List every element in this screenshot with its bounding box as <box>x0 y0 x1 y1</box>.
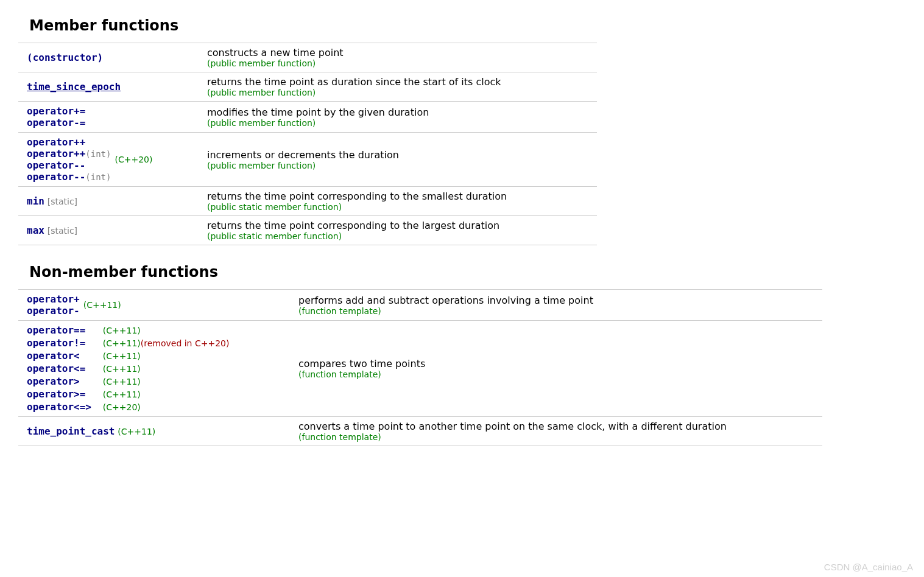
kind-label: (public member function) <box>207 88 592 97</box>
version-mark: (C++11) <box>103 377 141 386</box>
op-ge-link[interactable]: operator>= <box>27 388 100 400</box>
description: converts a time point to another time po… <box>298 421 817 432</box>
op-minus-eq-link[interactable]: operator-= <box>27 117 85 128</box>
table-row: (constructor) constructs a new time poin… <box>18 43 597 72</box>
version-mark: (C++11) <box>118 427 155 436</box>
description: compares two time points <box>298 358 817 369</box>
description: returns the time point corresponding to … <box>207 220 592 231</box>
op-le-link[interactable]: operator<= <box>27 363 100 374</box>
int-suffix: (int) <box>85 172 111 182</box>
op-minus-link[interactable]: operator- <box>27 305 80 316</box>
static-tag: [static] <box>48 226 77 236</box>
table-row: min [static] returns the time point corr… <box>18 187 597 216</box>
op-pp-int-link[interactable]: operator++ <box>27 148 85 159</box>
time-point-cast-link[interactable]: time_point_cast <box>27 425 115 437</box>
op-pp-link[interactable]: operator++ <box>27 136 85 148</box>
member-functions-table: (constructor) constructs a new time poin… <box>18 43 597 245</box>
kind-label: (public member function) <box>207 118 592 128</box>
version-mark: (C++11) <box>103 390 141 399</box>
op-mm-link[interactable]: operator-- <box>27 159 85 171</box>
kind-label: (function template) <box>298 369 817 379</box>
kind-label: (public member function) <box>207 58 592 68</box>
nonmember-functions-heading: Non-member functions <box>29 264 906 281</box>
op-spaceship-link[interactable]: operator<=> <box>27 401 100 413</box>
op-eq-link[interactable]: operator== <box>27 324 100 336</box>
time-since-epoch-link[interactable]: time_since_epoch <box>27 81 121 93</box>
description: increments or decrements the duration <box>207 149 592 161</box>
table-row: operator++ operator++(int) operator-- op… <box>18 133 597 187</box>
op-ne-link[interactable]: operator!= <box>27 337 100 349</box>
description: performs add and subtract operations inv… <box>298 295 817 306</box>
version-mark: (C++11) <box>103 326 141 335</box>
table-row: operator+ operator- (C++11) performs add… <box>18 290 822 321</box>
kind-label: (public static member function) <box>207 202 592 212</box>
kind-label: (function template) <box>298 306 817 316</box>
kind-label: (public member function) <box>207 161 592 170</box>
member-functions-heading: Member functions <box>29 17 906 34</box>
nonmember-functions-table: operator+ operator- (C++11) performs add… <box>18 289 822 446</box>
int-suffix: (int) <box>85 149 111 159</box>
description: returns the time point corresponding to … <box>207 191 592 202</box>
table-row: max [static] returns the time point corr… <box>18 216 597 245</box>
min-link[interactable]: min <box>27 195 44 207</box>
op-plus-link[interactable]: operator+ <box>27 293 80 305</box>
kind-label: (public static member function) <box>207 231 592 241</box>
op-mm-int-link[interactable]: operator-- <box>27 171 85 183</box>
version-mark: (C++20) <box>115 155 152 164</box>
static-tag: [static] <box>48 197 77 206</box>
table-row: time_since_epoch returns the time point … <box>18 72 597 102</box>
version-mark: (C++11) <box>83 300 121 310</box>
table-row: operator+= operator-= modifies the time … <box>18 102 597 133</box>
version-mark: (C++11) <box>103 351 141 361</box>
op-gt-link[interactable]: operator> <box>27 376 100 387</box>
op-plus-eq-link[interactable]: operator+= <box>27 105 85 117</box>
version-mark: (C++11) <box>103 338 141 348</box>
version-mark: (C++20) <box>103 402 141 412</box>
description: constructs a new time point <box>207 47 592 58</box>
op-lt-link[interactable]: operator< <box>27 350 100 362</box>
description: modifies the time point by the given dur… <box>207 107 592 118</box>
constructor-link[interactable]: (constructor) <box>27 52 103 63</box>
table-row: operator== (C++11) operator!= (C++11)(re… <box>18 321 822 417</box>
version-mark: (C++11) <box>103 364 141 374</box>
table-row: time_point_cast (C++11) converts a time … <box>18 417 822 446</box>
removed-mark: (removed in C++20) <box>141 338 230 348</box>
description: returns the time point as duration since… <box>207 76 592 88</box>
max-link[interactable]: max <box>27 225 44 236</box>
kind-label: (function template) <box>298 432 817 442</box>
